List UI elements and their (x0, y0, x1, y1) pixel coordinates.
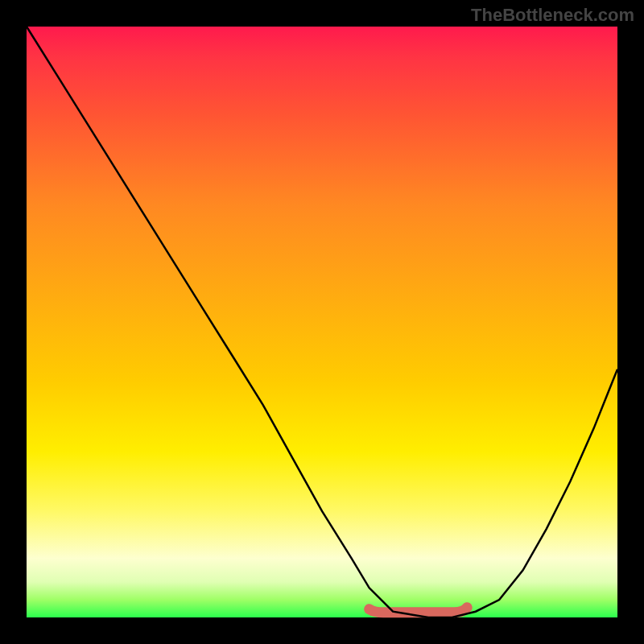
watermark-text: TheBottleneck.com (471, 5, 634, 26)
chart-svg (27, 27, 617, 617)
bottleneck-curve (27, 27, 617, 617)
optimal-zone-marker (369, 608, 468, 613)
